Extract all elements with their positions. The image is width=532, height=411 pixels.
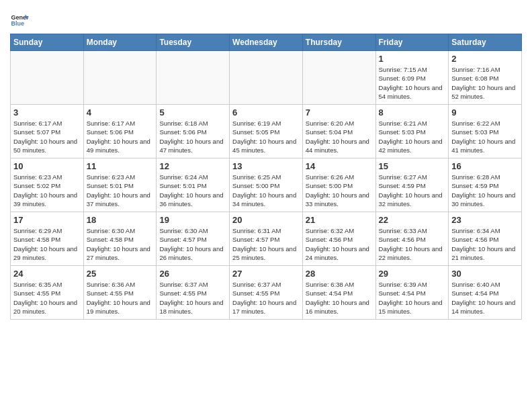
calendar-row: 24Sunrise: 6:35 AM Sunset: 4:55 PM Dayli… bbox=[11, 266, 522, 320]
cell-info: Sunrise: 6:30 AM Sunset: 4:57 PM Dayligh… bbox=[159, 226, 226, 262]
svg-text:Blue: Blue bbox=[11, 20, 24, 27]
calendar-cell: 22Sunrise: 6:33 AM Sunset: 4:56 PM Dayli… bbox=[375, 212, 449, 266]
cell-info: Sunrise: 6:22 AM Sunset: 5:03 PM Dayligh… bbox=[451, 119, 519, 154]
calendar-cell: 11Sunrise: 6:23 AM Sunset: 5:01 PM Dayli… bbox=[83, 158, 157, 212]
day-number: 4 bbox=[87, 107, 154, 118]
calendar-cell: 26Sunrise: 6:37 AM Sunset: 4:55 PM Dayli… bbox=[157, 266, 230, 320]
calendar-cell: 1Sunrise: 7:15 AM Sunset: 6:09 PM Daylig… bbox=[375, 51, 449, 105]
day-number: 14 bbox=[306, 161, 373, 171]
day-number: 18 bbox=[87, 215, 154, 225]
weekday-label: Wednesday bbox=[230, 34, 303, 51]
weekday-label: Sunday bbox=[11, 34, 84, 51]
cell-info: Sunrise: 6:23 AM Sunset: 5:02 PM Dayligh… bbox=[13, 173, 81, 208]
cell-info: Sunrise: 6:36 AM Sunset: 4:55 PM Dayligh… bbox=[87, 280, 154, 316]
calendar-cell: 16Sunrise: 6:28 AM Sunset: 4:59 PM Dayli… bbox=[449, 158, 522, 212]
calendar-cell: 21Sunrise: 6:32 AM Sunset: 4:56 PM Dayli… bbox=[302, 212, 375, 266]
cell-info: Sunrise: 6:33 AM Sunset: 4:56 PM Dayligh… bbox=[379, 226, 446, 262]
day-number: 22 bbox=[379, 215, 446, 225]
cell-info: Sunrise: 6:21 AM Sunset: 5:03 PM Dayligh… bbox=[379, 119, 446, 154]
calendar-row: 3Sunrise: 6:17 AM Sunset: 5:07 PM Daylig… bbox=[11, 105, 522, 158]
calendar-row: 10Sunrise: 6:23 AM Sunset: 5:02 PM Dayli… bbox=[11, 158, 522, 212]
day-number: 20 bbox=[232, 215, 300, 225]
cell-info: Sunrise: 6:17 AM Sunset: 5:06 PM Dayligh… bbox=[87, 119, 154, 154]
calendar-cell: 10Sunrise: 6:23 AM Sunset: 5:02 PM Dayli… bbox=[11, 158, 84, 212]
day-number: 7 bbox=[306, 107, 373, 118]
day-number: 15 bbox=[379, 161, 446, 171]
cell-info: Sunrise: 7:15 AM Sunset: 6:09 PM Dayligh… bbox=[379, 65, 446, 101]
calendar-cell: 23Sunrise: 6:34 AM Sunset: 4:56 PM Dayli… bbox=[449, 212, 522, 266]
cell-info: Sunrise: 6:20 AM Sunset: 5:04 PM Dayligh… bbox=[306, 119, 373, 154]
cell-info: Sunrise: 6:19 AM Sunset: 5:05 PM Dayligh… bbox=[232, 119, 300, 154]
cell-info: Sunrise: 6:26 AM Sunset: 5:00 PM Dayligh… bbox=[306, 173, 373, 208]
cell-info: Sunrise: 6:24 AM Sunset: 5:01 PM Dayligh… bbox=[159, 173, 226, 208]
calendar-cell: 28Sunrise: 6:38 AM Sunset: 4:54 PM Dayli… bbox=[302, 266, 375, 320]
calendar-cell: 5Sunrise: 6:18 AM Sunset: 5:06 PM Daylig… bbox=[157, 105, 230, 158]
weekday-label: Saturday bbox=[449, 34, 522, 51]
day-number: 5 bbox=[159, 107, 226, 118]
calendar-row: 1Sunrise: 7:15 AM Sunset: 6:09 PM Daylig… bbox=[11, 51, 522, 105]
calendar-cell: 14Sunrise: 6:26 AM Sunset: 5:00 PM Dayli… bbox=[302, 158, 375, 212]
calendar-body: 1Sunrise: 7:15 AM Sunset: 6:09 PM Daylig… bbox=[11, 51, 522, 320]
calendar-cell: 30Sunrise: 6:40 AM Sunset: 4:54 PM Dayli… bbox=[449, 266, 522, 320]
day-number: 28 bbox=[306, 269, 373, 279]
calendar-cell bbox=[11, 51, 84, 105]
calendar-cell: 29Sunrise: 6:39 AM Sunset: 4:54 PM Dayli… bbox=[375, 266, 449, 320]
weekday-label: Tuesday bbox=[157, 34, 230, 51]
cell-info: Sunrise: 6:28 AM Sunset: 4:59 PM Dayligh… bbox=[451, 173, 519, 208]
day-number: 9 bbox=[451, 107, 519, 118]
cell-info: Sunrise: 6:32 AM Sunset: 4:56 PM Dayligh… bbox=[306, 226, 373, 262]
day-number: 27 bbox=[232, 269, 300, 279]
page-header: General Blue bbox=[10, 7, 522, 30]
logo-icon: General Blue bbox=[10, 11, 29, 30]
day-number: 3 bbox=[13, 107, 81, 118]
calendar-cell: 18Sunrise: 6:30 AM Sunset: 4:58 PM Dayli… bbox=[83, 212, 157, 266]
weekday-header-row: SundayMondayTuesdayWednesdayThursdayFrid… bbox=[11, 34, 522, 51]
cell-info: Sunrise: 6:17 AM Sunset: 5:07 PM Dayligh… bbox=[13, 119, 81, 154]
cell-info: Sunrise: 6:23 AM Sunset: 5:01 PM Dayligh… bbox=[87, 173, 154, 208]
day-number: 8 bbox=[379, 107, 446, 118]
cell-info: Sunrise: 6:34 AM Sunset: 4:56 PM Dayligh… bbox=[451, 226, 519, 262]
calendar-cell: 19Sunrise: 6:30 AM Sunset: 4:57 PM Dayli… bbox=[157, 212, 230, 266]
cell-info: Sunrise: 6:39 AM Sunset: 4:54 PM Dayligh… bbox=[379, 280, 446, 316]
day-number: 19 bbox=[159, 215, 226, 225]
calendar-cell: 8Sunrise: 6:21 AM Sunset: 5:03 PM Daylig… bbox=[375, 105, 449, 158]
day-number: 13 bbox=[232, 161, 300, 171]
calendar-cell bbox=[83, 51, 157, 105]
day-number: 2 bbox=[451, 54, 519, 64]
day-number: 12 bbox=[159, 161, 226, 171]
cell-info: Sunrise: 6:25 AM Sunset: 5:00 PM Dayligh… bbox=[232, 173, 300, 208]
day-number: 10 bbox=[13, 161, 81, 171]
day-number: 1 bbox=[379, 54, 446, 64]
cell-info: Sunrise: 6:38 AM Sunset: 4:54 PM Dayligh… bbox=[306, 280, 373, 316]
calendar-cell bbox=[230, 51, 303, 105]
calendar-row: 17Sunrise: 6:29 AM Sunset: 4:58 PM Dayli… bbox=[11, 212, 522, 266]
calendar-cell bbox=[302, 51, 375, 105]
cell-info: Sunrise: 6:40 AM Sunset: 4:54 PM Dayligh… bbox=[451, 280, 519, 316]
cell-info: Sunrise: 6:37 AM Sunset: 4:55 PM Dayligh… bbox=[232, 280, 300, 316]
calendar-cell: 3Sunrise: 6:17 AM Sunset: 5:07 PM Daylig… bbox=[11, 105, 84, 158]
calendar-cell: 20Sunrise: 6:31 AM Sunset: 4:57 PM Dayli… bbox=[230, 212, 303, 266]
day-number: 29 bbox=[379, 269, 446, 279]
weekday-label: Thursday bbox=[302, 34, 375, 51]
cell-info: Sunrise: 6:35 AM Sunset: 4:55 PM Dayligh… bbox=[13, 280, 81, 316]
calendar-cell: 6Sunrise: 6:19 AM Sunset: 5:05 PM Daylig… bbox=[230, 105, 303, 158]
calendar-table: SundayMondayTuesdayWednesdayThursdayFrid… bbox=[10, 34, 522, 320]
day-number: 16 bbox=[451, 161, 519, 171]
calendar-cell: 25Sunrise: 6:36 AM Sunset: 4:55 PM Dayli… bbox=[83, 266, 157, 320]
day-number: 25 bbox=[87, 269, 154, 279]
cell-info: Sunrise: 6:27 AM Sunset: 4:59 PM Dayligh… bbox=[379, 173, 446, 208]
weekday-label: Monday bbox=[83, 34, 157, 51]
logo: General Blue bbox=[10, 11, 29, 30]
calendar-cell: 9Sunrise: 6:22 AM Sunset: 5:03 PM Daylig… bbox=[449, 105, 522, 158]
day-number: 11 bbox=[87, 161, 154, 171]
calendar-cell: 13Sunrise: 6:25 AM Sunset: 5:00 PM Dayli… bbox=[230, 158, 303, 212]
cell-info: Sunrise: 6:37 AM Sunset: 4:55 PM Dayligh… bbox=[159, 280, 226, 316]
day-number: 30 bbox=[451, 269, 519, 279]
day-number: 6 bbox=[232, 107, 300, 118]
day-number: 23 bbox=[451, 215, 519, 225]
cell-info: Sunrise: 6:29 AM Sunset: 4:58 PM Dayligh… bbox=[13, 226, 81, 262]
weekday-label: Friday bbox=[375, 34, 449, 51]
day-number: 17 bbox=[13, 215, 81, 225]
calendar-cell: 27Sunrise: 6:37 AM Sunset: 4:55 PM Dayli… bbox=[230, 266, 303, 320]
cell-info: Sunrise: 6:30 AM Sunset: 4:58 PM Dayligh… bbox=[87, 226, 154, 262]
